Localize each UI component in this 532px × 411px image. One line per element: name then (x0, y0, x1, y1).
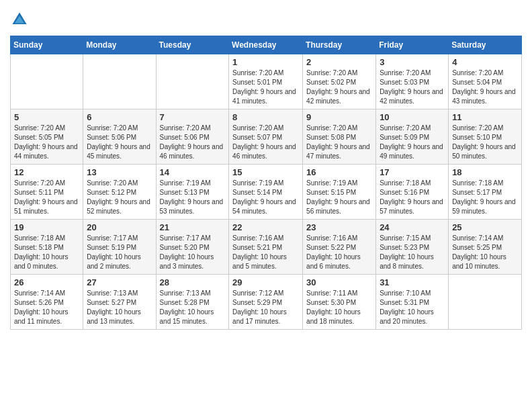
calendar-cell (449, 275, 522, 330)
calendar-cell: 19Sunrise: 7:18 AM Sunset: 5:18 PM Dayli… (11, 220, 83, 275)
calendar-cell (11, 54, 83, 109)
day-info: Sunrise: 7:12 AM Sunset: 5:29 PM Dayligh… (232, 289, 299, 326)
calendar-week-row: 1Sunrise: 7:20 AM Sunset: 5:01 PM Daylig… (11, 54, 522, 109)
day-number: 27 (87, 277, 152, 287)
day-number: 24 (380, 222, 445, 232)
day-number: 7 (160, 112, 226, 122)
calendar-cell: 12Sunrise: 7:20 AM Sunset: 5:11 PM Dayli… (11, 165, 83, 220)
day-info: Sunrise: 7:20 AM Sunset: 5:10 PM Dayligh… (452, 124, 518, 161)
calendar-body: 1Sunrise: 7:20 AM Sunset: 5:01 PM Daylig… (11, 54, 522, 330)
calendar-cell: 15Sunrise: 7:19 AM Sunset: 5:14 PM Dayli… (229, 165, 303, 220)
header-monday: Monday (83, 36, 156, 54)
day-number: 1 (232, 57, 299, 67)
day-number: 5 (14, 112, 79, 122)
header-tuesday: Tuesday (156, 36, 229, 54)
calendar-cell: 24Sunrise: 7:15 AM Sunset: 5:23 PM Dayli… (376, 220, 449, 275)
calendar-cell: 16Sunrise: 7:19 AM Sunset: 5:15 PM Dayli… (303, 165, 376, 220)
calendar-week-row: 12Sunrise: 7:20 AM Sunset: 5:11 PM Dayli… (11, 165, 522, 220)
calendar-week-row: 19Sunrise: 7:18 AM Sunset: 5:18 PM Dayli… (11, 220, 522, 275)
day-number: 19 (14, 222, 79, 232)
day-number: 4 (452, 57, 518, 67)
day-info: Sunrise: 7:20 AM Sunset: 5:06 PM Dayligh… (87, 124, 152, 161)
calendar-cell: 13Sunrise: 7:20 AM Sunset: 5:12 PM Dayli… (83, 165, 156, 220)
calendar-cell: 21Sunrise: 7:17 AM Sunset: 5:20 PM Dayli… (156, 220, 229, 275)
header-wednesday: Wednesday (229, 36, 303, 54)
day-info: Sunrise: 7:18 AM Sunset: 5:18 PM Dayligh… (14, 234, 79, 271)
day-info: Sunrise: 7:20 AM Sunset: 5:01 PM Dayligh… (232, 68, 299, 106)
day-number: 8 (232, 112, 299, 122)
day-info: Sunrise: 7:17 AM Sunset: 5:19 PM Dayligh… (87, 234, 152, 271)
day-info: Sunrise: 7:11 AM Sunset: 5:30 PM Dayligh… (306, 289, 372, 326)
day-number: 31 (380, 277, 445, 287)
day-info: Sunrise: 7:18 AM Sunset: 5:16 PM Dayligh… (380, 179, 445, 216)
header-row: Sunday Monday Tuesday Wednesday Thursday… (11, 36, 522, 54)
day-number: 22 (232, 222, 299, 232)
calendar-cell: 22Sunrise: 7:16 AM Sunset: 5:21 PM Dayli… (229, 220, 303, 275)
day-number: 10 (380, 112, 445, 122)
day-info: Sunrise: 7:14 AM Sunset: 5:25 PM Dayligh… (452, 234, 518, 271)
day-info: Sunrise: 7:20 AM Sunset: 5:11 PM Dayligh… (14, 179, 79, 216)
day-info: Sunrise: 7:17 AM Sunset: 5:20 PM Dayligh… (160, 234, 226, 271)
day-info: Sunrise: 7:20 AM Sunset: 5:04 PM Dayligh… (452, 68, 518, 106)
header-sunday: Sunday (11, 36, 83, 54)
day-info: Sunrise: 7:16 AM Sunset: 5:21 PM Dayligh… (232, 234, 299, 271)
calendar-cell (156, 54, 229, 109)
calendar-cell: 2Sunrise: 7:20 AM Sunset: 5:02 PM Daylig… (303, 54, 376, 109)
calendar-cell: 30Sunrise: 7:11 AM Sunset: 5:30 PM Dayli… (303, 275, 376, 330)
calendar-header: Sunday Monday Tuesday Wednesday Thursday… (11, 36, 522, 54)
logo-icon (10, 10, 29, 29)
calendar-cell: 1Sunrise: 7:20 AM Sunset: 5:01 PM Daylig… (229, 54, 303, 109)
calendar-cell: 10Sunrise: 7:20 AM Sunset: 5:09 PM Dayli… (376, 109, 449, 165)
calendar-cell: 26Sunrise: 7:14 AM Sunset: 5:26 PM Dayli… (11, 275, 83, 330)
header-thursday: Thursday (303, 36, 376, 54)
calendar-cell: 20Sunrise: 7:17 AM Sunset: 5:19 PM Dayli… (83, 220, 156, 275)
calendar-cell: 3Sunrise: 7:20 AM Sunset: 5:03 PM Daylig… (376, 54, 449, 109)
calendar-cell: 9Sunrise: 7:20 AM Sunset: 5:08 PM Daylig… (303, 109, 376, 165)
day-number: 29 (232, 277, 299, 287)
day-number: 28 (160, 277, 226, 287)
day-info: Sunrise: 7:20 AM Sunset: 5:05 PM Dayligh… (14, 124, 79, 161)
day-info: Sunrise: 7:20 AM Sunset: 5:03 PM Dayligh… (380, 68, 445, 106)
calendar-cell: 14Sunrise: 7:19 AM Sunset: 5:13 PM Dayli… (156, 165, 229, 220)
day-info: Sunrise: 7:10 AM Sunset: 5:31 PM Dayligh… (380, 289, 445, 326)
calendar-cell (83, 54, 156, 109)
calendar-week-row: 26Sunrise: 7:14 AM Sunset: 5:26 PM Dayli… (11, 275, 522, 330)
day-number: 16 (306, 167, 372, 177)
day-info: Sunrise: 7:13 AM Sunset: 5:27 PM Dayligh… (87, 289, 152, 326)
day-info: Sunrise: 7:14 AM Sunset: 5:26 PM Dayligh… (14, 289, 79, 326)
day-info: Sunrise: 7:20 AM Sunset: 5:02 PM Dayligh… (306, 68, 372, 106)
day-number: 15 (232, 167, 299, 177)
calendar-cell: 29Sunrise: 7:12 AM Sunset: 5:29 PM Dayli… (229, 275, 303, 330)
day-number: 30 (306, 277, 372, 287)
day-number: 20 (87, 222, 152, 232)
header-friday: Friday (376, 36, 449, 54)
logo (10, 10, 30, 29)
day-info: Sunrise: 7:18 AM Sunset: 5:17 PM Dayligh… (452, 179, 518, 216)
day-number: 11 (452, 112, 518, 122)
day-info: Sunrise: 7:20 AM Sunset: 5:06 PM Dayligh… (160, 124, 226, 161)
calendar-cell: 25Sunrise: 7:14 AM Sunset: 5:25 PM Dayli… (449, 220, 522, 275)
calendar-cell: 4Sunrise: 7:20 AM Sunset: 5:04 PM Daylig… (449, 54, 522, 109)
calendar-cell: 17Sunrise: 7:18 AM Sunset: 5:16 PM Dayli… (376, 165, 449, 220)
day-number: 13 (87, 167, 152, 177)
day-number: 6 (87, 112, 152, 122)
day-number: 18 (452, 167, 518, 177)
day-number: 14 (160, 167, 226, 177)
day-info: Sunrise: 7:20 AM Sunset: 5:08 PM Dayligh… (306, 124, 372, 161)
calendar-week-row: 5Sunrise: 7:20 AM Sunset: 5:05 PM Daylig… (11, 109, 522, 165)
calendar-cell: 5Sunrise: 7:20 AM Sunset: 5:05 PM Daylig… (11, 109, 83, 165)
day-info: Sunrise: 7:19 AM Sunset: 5:13 PM Dayligh… (160, 179, 226, 216)
calendar-cell: 8Sunrise: 7:20 AM Sunset: 5:07 PM Daylig… (229, 109, 303, 165)
day-info: Sunrise: 7:20 AM Sunset: 5:07 PM Dayligh… (232, 124, 299, 161)
day-info: Sunrise: 7:13 AM Sunset: 5:28 PM Dayligh… (160, 289, 226, 326)
day-info: Sunrise: 7:19 AM Sunset: 5:14 PM Dayligh… (232, 179, 299, 216)
page-header (10, 10, 522, 29)
day-info: Sunrise: 7:20 AM Sunset: 5:12 PM Dayligh… (87, 179, 152, 216)
calendar-cell: 7Sunrise: 7:20 AM Sunset: 5:06 PM Daylig… (156, 109, 229, 165)
calendar-table: Sunday Monday Tuesday Wednesday Thursday… (10, 36, 522, 330)
day-number: 17 (380, 167, 445, 177)
day-number: 25 (452, 222, 518, 232)
day-number: 26 (14, 277, 79, 287)
day-number: 2 (306, 57, 372, 67)
calendar-cell: 23Sunrise: 7:16 AM Sunset: 5:22 PM Dayli… (303, 220, 376, 275)
